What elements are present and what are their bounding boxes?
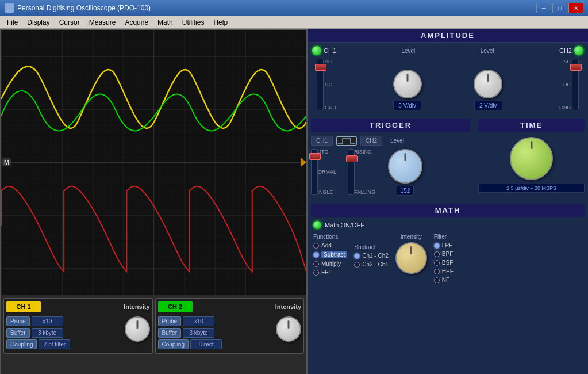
menu-display[interactable]: Display: [22, 17, 54, 28]
ch2-probe-button[interactable]: Probe: [158, 316, 182, 326]
filter-bsf-label: BSF: [442, 259, 453, 266]
ch2-level-knob[interactable]: [474, 70, 502, 98]
menubar: File Display Cursor Measure Acquire Math…: [0, 16, 588, 29]
ch1-minus-ch2-label: Ch1 - Ch2: [362, 253, 389, 259]
ch2-probe-val: x10: [183, 316, 214, 326]
menu-measure[interactable]: Measure: [84, 17, 121, 28]
ch1-minus-ch2-radio[interactable]: [354, 253, 360, 259]
filter-hpf-label: HPF: [442, 268, 454, 274]
filter-bpf-radio[interactable]: [434, 251, 440, 257]
trigger-level-knob[interactable]: [388, 149, 422, 184]
filter-lpf-option[interactable]: LPF: [434, 242, 454, 249]
minimize-button[interactable]: ─: [536, 3, 551, 13]
scope-canvas: M: [1, 30, 306, 295]
ch2-minus-ch1-radio[interactable]: [354, 262, 360, 268]
math-subtract-label: Subtract: [321, 251, 347, 258]
trigger-waveform-icon: [336, 136, 357, 146]
math-filter-label: Filter: [434, 234, 454, 240]
math-add-option[interactable]: Add: [313, 242, 347, 249]
menu-acquire[interactable]: Acquire: [120, 17, 153, 28]
math-on-indicator: [313, 221, 321, 229]
ch2-volts-display: 2 V/div: [474, 101, 502, 110]
ch1-gnd-label: GND: [325, 105, 336, 110]
math-add-label: Add: [321, 242, 332, 249]
ch1-level-knob[interactable]: [393, 70, 422, 98]
filter-bpf-option[interactable]: BPF: [434, 251, 454, 257]
scope-display: M CH 1 Intensity Probe x10: [0, 29, 308, 374]
trigger-mode-slider[interactable]: [309, 153, 321, 160]
ch1-minus-ch2-option[interactable]: Ch1 - Ch2: [354, 253, 389, 259]
filter-bsf-radio[interactable]: [434, 260, 440, 266]
right-panel: AMPLITUDE CH1 Level Level CH2: [308, 29, 588, 374]
menu-file[interactable]: File: [2, 17, 22, 28]
ch1-dc-label: DC: [325, 82, 336, 87]
subtract-label: Subtract: [354, 244, 389, 250]
trigger-ch2-btn[interactable]: CH2: [360, 136, 382, 146]
math-intensity-label: Intensity: [401, 234, 422, 240]
ch2-intensity-knob[interactable]: [276, 316, 301, 342]
math-multiply-radio[interactable]: [313, 261, 319, 267]
m-marker: M: [2, 158, 11, 166]
trigger-level-label: Level: [390, 138, 404, 144]
math-multiply-option[interactable]: Multiply: [313, 261, 347, 267]
ch2-intensity-label: Intensity: [275, 303, 301, 310]
time-section-header: TIME: [478, 119, 585, 132]
ch1-probe-button[interactable]: Probe: [6, 316, 30, 326]
ch1-coupling-button[interactable]: Coupling: [6, 339, 37, 349]
math-add-radio[interactable]: [313, 243, 319, 249]
ch2-buffer-button[interactable]: Buffer: [158, 328, 182, 338]
trigger-section-header: TRIGGER: [311, 119, 470, 132]
trigger-ch1-btn[interactable]: CH1: [311, 136, 333, 146]
ch2-label-button[interactable]: CH 2: [158, 301, 193, 312]
ch1-buffer-button[interactable]: Buffer: [6, 328, 30, 338]
menu-cursor[interactable]: Cursor: [55, 17, 84, 28]
close-button[interactable]: ✕: [568, 3, 583, 13]
ch2-buffer-val: 3 kbyte: [183, 328, 214, 338]
maximize-button[interactable]: □: [552, 3, 567, 13]
ch1-probe-val: x10: [32, 316, 63, 326]
ch1-panel: CH 1 Intensity Probe x10 Buffer 3 kbyte: [3, 298, 153, 354]
filter-hpf-option[interactable]: HPF: [434, 268, 454, 274]
filter-nf-radio[interactable]: [434, 277, 440, 283]
menu-help[interactable]: Help: [209, 17, 232, 28]
ch2-minus-ch1-option[interactable]: Ch2 - Ch1: [354, 261, 389, 268]
filter-bsf-option[interactable]: BSF: [434, 259, 454, 266]
math-multiply-label: Multiply: [321, 261, 341, 267]
ch2-coupling-button[interactable]: Coupling: [158, 339, 189, 349]
ch1-intensity-knob[interactable]: [125, 316, 150, 342]
filter-hpf-radio[interactable]: [434, 269, 440, 274]
ch2-panel: CH 2 Intensity Probe x10 Buffer 3 kbyte: [155, 298, 305, 354]
ch1-volts-display: 5 V/div: [393, 101, 421, 110]
ch2-amp-label: CH2: [559, 47, 572, 54]
math-subtract-radio[interactable]: [313, 252, 319, 258]
filter-lpf-radio[interactable]: [434, 243, 440, 249]
math-subtract-option[interactable]: Subtract: [313, 251, 347, 258]
menu-utilities[interactable]: Utilities: [178, 17, 209, 28]
filter-nf-option[interactable]: NF: [434, 277, 454, 283]
ch1-amp-label: CH1: [324, 47, 336, 54]
waveform-svg: [1, 30, 306, 295]
filter-nf-label: NF: [442, 277, 449, 283]
time-knob[interactable]: [510, 137, 553, 180]
math-functions-label: Functions: [313, 234, 347, 240]
titlebar: Personal Digitising Oscilloscope (PDO-10…: [0, 0, 588, 16]
trig-rising-label: RISING: [354, 149, 375, 155]
math-section-header: MATH: [311, 204, 585, 217]
app-icon: [5, 3, 14, 13]
math-fft-option[interactable]: FFT: [313, 269, 347, 276]
ch1-ac-label: AC: [325, 59, 336, 64]
ch2-amp-indicator: [574, 46, 583, 55]
math-fft-label: FFT: [321, 269, 332, 276]
ch2-gnd-label: GND: [559, 105, 571, 110]
time-display: 2.5 μs/div – 20 MSPS: [478, 184, 585, 193]
math-intensity-knob[interactable]: [395, 242, 427, 274]
menu-math[interactable]: Math: [153, 17, 178, 28]
ch1-label-button[interactable]: CH 1: [6, 301, 41, 312]
math-fft-radio[interactable]: [313, 270, 319, 276]
ch1-coupling-slider-thumb[interactable]: [315, 64, 326, 71]
ch2-coupling-slider-thumb[interactable]: [570, 64, 582, 71]
math-on-off-label: Math ON/OFF: [325, 222, 364, 228]
filter-lpf-label: LPF: [442, 242, 452, 249]
trigger-edge-slider[interactable]: [346, 155, 358, 162]
ch2-coupling-val: Direct: [190, 339, 222, 349]
